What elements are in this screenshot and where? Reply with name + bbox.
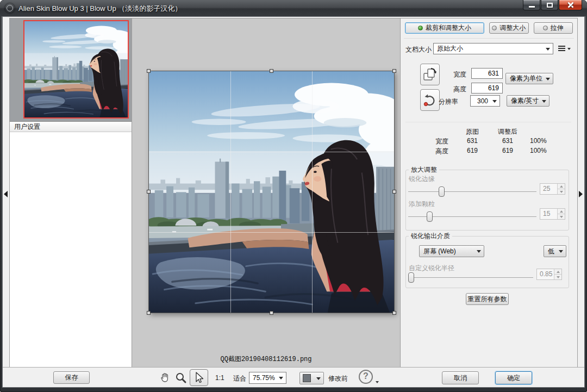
help-menu-chevron-icon[interactable] [376,381,379,383]
crop-handle[interactable] [270,311,273,315]
right-collapse-strip [578,18,584,368]
crop-handle[interactable] [270,69,273,73]
crop-handle[interactable] [147,311,151,315]
chevron-down-icon [559,250,563,253]
sharpen-edges-spinbox[interactable]: 25 [540,183,565,195]
user-settings-header[interactable]: 用户设置 [10,122,132,132]
separator [404,38,574,39]
spin-down-icon[interactable] [558,189,565,194]
tab-stretch[interactable]: 拉伸 [534,22,573,34]
tab-resize[interactable]: 调整大小 [489,22,529,34]
tab-label: 调整大小 [499,23,526,33]
grid-line-horizontal [149,152,394,152]
spin-up-icon[interactable] [558,184,565,189]
grid-line-vertical [312,71,313,313]
tab-crop-and-resize[interactable]: 裁剪和调整大小 [405,22,484,34]
radio-unselected-icon [543,26,548,30]
row-label: 宽度 [422,137,455,147]
fit-zoom-button[interactable]: 适合 [233,374,246,383]
sharpen-edges-value: 25 [540,184,557,194]
collapse-left-arrow-icon[interactable] [4,191,8,197]
window-title: Alien Skin Blow Up 3 | Blow Up （淡淡的影子汉化） [18,4,182,14]
tab-label: 拉伸 [551,23,564,33]
resolution-value: 300 [477,97,488,105]
enlarge-adjust-group: 放大调整 锐化边缘 25 添加颗粒 [405,170,569,231]
unit-select-pixels[interactable]: 像素为单位 [505,73,553,84]
add-grain-label: 添加颗粒 [409,200,435,209]
main-preview-image[interactable] [148,71,395,313]
before-view-toggle[interactable]: 修改前 [328,374,348,383]
sharpen-edges-slider[interactable] [408,186,536,197]
client-area: 用户设置 QQ截图20190408112619.png [2,16,585,388]
grid-line-horizontal [149,232,394,233]
crop-handle[interactable] [392,69,396,73]
cancel-button[interactable]: 取消 [442,371,479,384]
ok-button[interactable]: 确定 [495,371,532,384]
magnifier-icon [174,371,188,384]
swap-orientation-button[interactable] [420,64,440,85]
custom-radius-spinbox[interactable]: 0.85 [536,269,562,280]
width-input[interactable] [471,68,503,79]
save-button[interactable]: 保存 [53,371,90,384]
grid-line-vertical [230,71,231,313]
chevron-down-icon [542,100,546,103]
custom-radius-slider[interactable] [408,272,533,283]
left-collapse-strip [3,18,9,368]
add-grain-slider[interactable] [408,211,536,222]
chevron-down-icon [492,100,497,103]
slider-thumb[interactable] [408,272,414,283]
resolution-select[interactable]: 300 [470,95,500,107]
minimize-icon [529,6,535,8]
reset-dimensions-button[interactable] [420,89,440,111]
spin-up-icon[interactable] [558,209,565,214]
add-grain-spinbox[interactable]: 15 [540,208,565,220]
help-button[interactable]: ? [359,370,373,384]
pan-tool-button[interactable] [158,370,173,385]
unit-select-ppi[interactable]: 像素/英寸 [507,95,549,107]
spin-down-icon[interactable] [554,275,561,279]
slider-thumb[interactable] [427,211,433,222]
collapse-right-arrow-icon[interactable] [579,191,583,197]
slider-thumb[interactable] [439,186,445,197]
spin-up-icon[interactable] [554,269,561,275]
mode-tabs: 裁剪和调整大小 调整大小 拉伸 [405,22,573,34]
document-size-label: 文档大小 [405,45,432,54]
crop-handle[interactable] [392,311,396,315]
minimize-button[interactable] [523,0,540,10]
unit-ppi-value: 像素/英寸 [511,96,539,105]
background-color-select[interactable] [299,372,324,384]
zoom-level-select[interactable]: 75.75% [249,372,286,384]
crop-handle[interactable] [147,190,151,194]
color-swatch-icon [303,374,311,382]
one-to-one-zoom-button[interactable]: 1:1 [215,374,224,382]
output-medium-select[interactable]: 屏幕 (Web) [419,245,484,257]
presets-list[interactable] [10,132,132,368]
preview-panel: QQ截图20190408112619.png [132,18,400,368]
close-button[interactable] [559,0,582,10]
menu-icon [558,46,565,47]
chevron-down-icon [567,48,571,50]
sharpen-level-select[interactable]: 低 [544,245,566,257]
radio-unselected-icon [492,26,497,30]
document-size-select[interactable]: 原始大小 [433,43,553,54]
sharpen-edges-label: 锐化边缘 [409,175,435,184]
output-medium-value: 屏幕 (Web) [423,247,456,256]
crop-handle[interactable] [147,69,151,73]
preset-menu-button[interactable] [557,44,571,53]
height-label: 高度 [453,85,466,94]
crop-handle[interactable] [392,190,396,194]
slider-track [408,191,536,192]
close-icon [559,0,582,10]
height-input[interactable] [471,83,503,94]
preview-thumbnail[interactable] [23,20,129,119]
spin-down-icon[interactable] [558,214,565,219]
reset-all-button[interactable]: 重置所有参数 [466,293,509,305]
select-tool-button[interactable] [190,369,208,386]
maximize-icon [547,3,553,8]
zoom-tool-button[interactable] [173,370,189,385]
unit-pixels-value: 像素为单位 [510,74,542,83]
maximize-button[interactable] [541,0,558,10]
cell-original-width: 631 [455,137,490,147]
title-bar[interactable]: Alien Skin Blow Up 3 | Blow Up （淡淡的影子汉化） [0,0,587,16]
cell-original-height: 619 [455,147,490,157]
